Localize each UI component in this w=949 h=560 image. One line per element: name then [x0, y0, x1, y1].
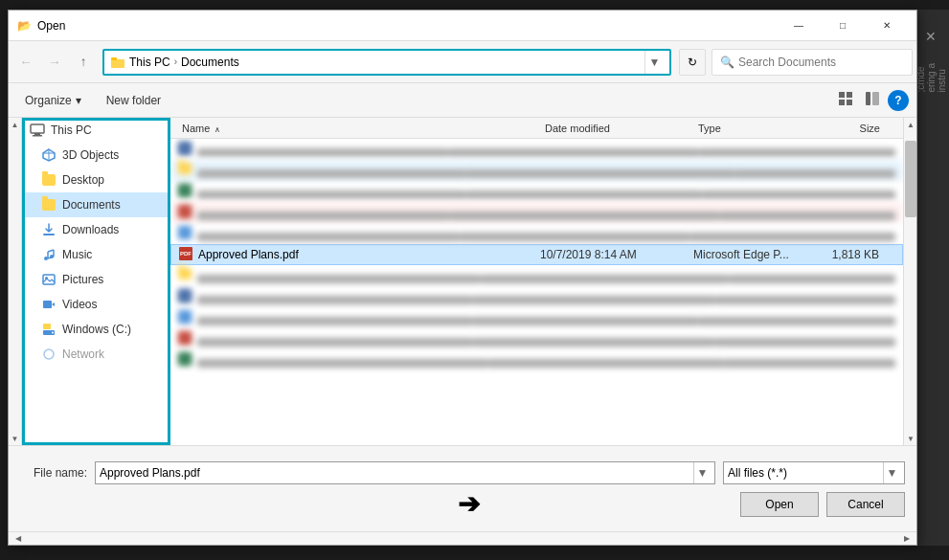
scrollbar[interactable]: ▲ ▼ — [903, 118, 916, 445]
horizontal-scrollbar[interactable]: ◀ ▶ — [9, 531, 916, 545]
new-folder-button[interactable]: New folder — [98, 89, 169, 112]
nav-label-this-pc: This PC — [51, 123, 92, 137]
file-date-approved-plans: 10/7/2019 8:14 AM — [540, 248, 693, 261]
close-icon[interactable]: ✕ — [925, 29, 937, 44]
file-list: W X — [170, 139, 903, 445]
nav-item-this-pc[interactable]: This PC — [22, 118, 169, 143]
nav-label-desktop: Desktop — [62, 173, 104, 187]
scroll-up-arrow[interactable]: ▲ — [9, 118, 22, 131]
svg-rect-8 — [31, 124, 44, 133]
scroll-up-icon[interactable]: ▲ — [904, 118, 916, 131]
filetype-dropdown-button[interactable]: ▼ — [883, 462, 900, 483]
file-item-blurred-8[interactable]: F — [170, 307, 903, 328]
nav-item-videos[interactable]: Videos — [22, 292, 169, 317]
nav-label-network: Network — [62, 347, 104, 361]
refresh-icon: ↻ — [688, 56, 697, 69]
cancel-button[interactable]: Cancel — [826, 492, 905, 517]
nav-item-downloads[interactable]: Downloads — [22, 217, 169, 242]
svg-marker-24 — [52, 302, 55, 306]
file-name-field[interactable]: Approved Plans.pdf ▼ — [95, 461, 715, 484]
bottom-area: File name: Approved Plans.pdf ▼ All file… — [9, 445, 916, 531]
address-dropdown-button[interactable]: ▼ — [644, 51, 664, 74]
svg-rect-4 — [839, 100, 845, 105]
file-item-blurred-6[interactable] — [170, 265, 903, 286]
file-icon-blurred-4: P — [178, 205, 193, 220]
file-item-blurred-2[interactable] — [170, 160, 903, 181]
svg-rect-9 — [34, 133, 40, 135]
col-header-type[interactable]: Type — [694, 123, 819, 134]
back-icon: ← — [19, 55, 32, 69]
maximize-button[interactable]: □ — [821, 11, 865, 41]
nav-item-documents[interactable]: Documents — [22, 192, 169, 217]
close-button[interactable]: ✕ — [865, 11, 909, 41]
search-input[interactable] — [738, 56, 904, 69]
pc-icon — [30, 123, 45, 138]
address-bar[interactable]: This PC › Documents ▼ — [102, 49, 671, 76]
refresh-button[interactable]: ↻ — [679, 49, 706, 76]
file-type-select[interactable]: All files (*.*) ▼ — [723, 461, 905, 484]
file-item-blurred-3[interactable]: X — [170, 181, 903, 202]
svg-rect-0 — [111, 59, 124, 68]
search-bar[interactable]: 🔍 — [712, 49, 913, 76]
h-scroll-left[interactable]: ◀ — [9, 532, 28, 545]
nav-item-network[interactable]: Network — [22, 342, 169, 367]
col-header-name[interactable]: Name ∧ — [178, 123, 541, 134]
address-folder-icon — [110, 55, 125, 70]
dialog-title: Open — [37, 19, 777, 33]
nav-item-desktop[interactable]: Desktop — [22, 168, 169, 192]
scroll-down-icon[interactable]: ▼ — [904, 432, 916, 445]
up-button[interactable]: ↑ — [70, 49, 97, 76]
h-scroll-right[interactable]: ▶ — [897, 532, 916, 545]
3d-icon — [41, 147, 56, 163]
title-bar: 📂 Open — □ ✕ — [9, 11, 916, 41]
open-button[interactable]: Open — [740, 492, 819, 517]
pane-icon — [865, 91, 880, 109]
buttons-row: ➔ Open Cancel — [20, 492, 905, 517]
file-item-blurred-10[interactable]: X — [170, 349, 903, 370]
documents-folder-icon — [41, 197, 56, 213]
scroll-thumb[interactable] — [905, 141, 916, 217]
filename-dropdown-button[interactable]: ▼ — [693, 462, 711, 483]
nav-label-music: Music — [62, 248, 92, 261]
svg-rect-6 — [866, 92, 870, 105]
organize-label: Organize — [25, 94, 72, 107]
nav-item-pictures[interactable]: Pictures — [22, 267, 169, 292]
forward-button[interactable]: → — [41, 49, 68, 76]
sort-arrow: ∧ — [215, 125, 220, 134]
minimize-button[interactable]: — — [777, 11, 821, 41]
col-header-date[interactable]: Date modified — [541, 123, 694, 134]
file-item-blurred-1[interactable]: W — [170, 139, 903, 160]
svg-rect-27 — [43, 324, 51, 329]
col-header-size[interactable]: Size — [819, 123, 895, 134]
scroll-down-arrow[interactable]: ▼ — [9, 432, 22, 445]
organize-arrow: ▾ — [76, 94, 81, 107]
file-icon-blurred-10: X — [178, 352, 193, 368]
file-type-approved-plans: Microsoft Edge P... — [693, 248, 818, 261]
file-item-blurred-5[interactable]: F — [170, 223, 903, 244]
view-toggle-button[interactable] — [834, 89, 857, 112]
nav-item-windows-c[interactable]: Windows (C:) — [22, 317, 169, 342]
back-button[interactable]: ← — [12, 49, 39, 76]
file-item-blurred-9[interactable]: P — [170, 328, 903, 349]
file-item-approved-plans[interactable]: PDF Approved Plans.pdf 10/7/2019 8:14 AM… — [170, 244, 903, 265]
help-button[interactable]: ? — [888, 90, 909, 111]
h-scroll-track[interactable] — [28, 532, 897, 545]
nav-item-3d-objects[interactable]: 3D Objects — [22, 143, 169, 168]
svg-point-28 — [44, 349, 54, 359]
pane-button[interactable] — [861, 89, 884, 112]
nav-label-downloads: Downloads — [62, 223, 119, 236]
scroll-track[interactable] — [904, 131, 916, 432]
pictures-icon — [41, 272, 56, 287]
nav-label-3d: 3D Objects — [62, 148, 119, 162]
organize-button[interactable]: Organize ▾ — [16, 89, 90, 112]
file-icon-blurred-9: P — [178, 331, 193, 347]
arrow-indicator: ➔ — [458, 488, 480, 520]
file-item-blurred-4[interactable]: P — [170, 202, 903, 223]
file-item-blurred-7[interactable]: W — [170, 286, 903, 307]
downloads-icon — [41, 222, 56, 237]
svg-rect-3 — [847, 92, 852, 98]
nav-item-music[interactable]: Music — [22, 242, 169, 267]
file-list-container: Name ∧ Date modified Type Size W — [170, 118, 903, 445]
file-name-value: Approved Plans.pdf — [100, 466, 693, 480]
file-icon-blurred-8: F — [178, 310, 193, 325]
